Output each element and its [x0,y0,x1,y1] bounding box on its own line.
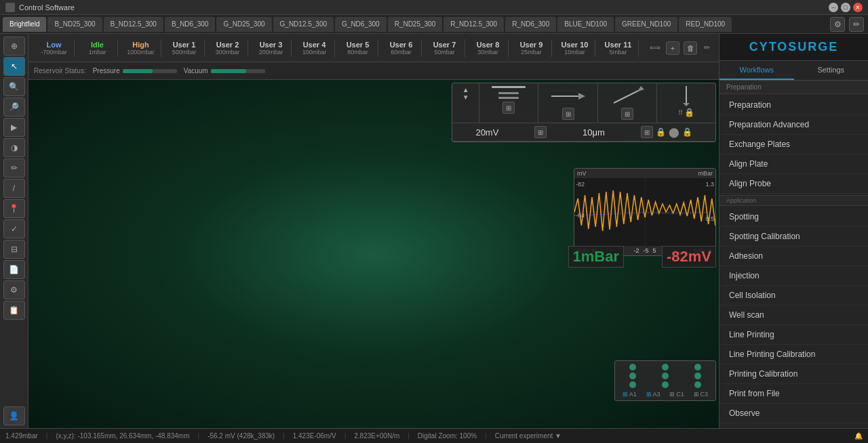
tab-bnd25[interactable]: B_ND25_300 [47,17,102,32]
tab-rnd25[interactable]: R_ND25_300 [388,17,443,32]
menu-item-printing-calibration[interactable]: Printing Calibration [719,364,868,384]
tab-brightfield[interactable]: Brightfield [3,17,46,32]
pressure-add-button[interactable]: + [666,41,679,55]
zoom-out-tool[interactable]: 🔎 [3,98,25,117]
mv-display: -82mV [662,246,716,268]
pressure-low[interactable]: Low -700mbar [34,39,75,57]
tab-green[interactable]: GREEN_ND100 [615,17,677,32]
edit-icon[interactable]: ✏ [849,17,864,32]
maximize-button[interactable]: □ [841,3,850,12]
gear-tool[interactable]: ⚙ [3,280,25,299]
chart-header: mV mBar [574,169,715,178]
pressure-user6[interactable]: User 6 60mbar [381,39,422,57]
pressure-edit-icon[interactable]: ✏ [700,41,713,55]
pressure-user10[interactable]: User 10 10mbar [555,39,595,57]
chart-svg [574,178,715,246]
probe-row: ▲ ▼ ⊞ [452,83,715,123]
menu-item-adhesion[interactable]: Adhesion [719,247,868,266]
line-tool[interactable]: / [3,179,25,198]
zoom-in-tool[interactable]: 🔍 [3,77,25,96]
reservoir-vacuum: Vacuum [184,67,265,75]
pressure-idle[interactable]: Idle 1mbar [77,39,118,57]
spot-dot-9 [694,381,701,388]
menu-item-line-printing-calibration[interactable]: Line Printing Calibration [719,345,868,364]
plate-c3-label: C3 [701,391,709,398]
probe-grid-btn[interactable]: ⊞ [502,102,515,114]
settings-gear-icon[interactable]: ⚙ [830,17,845,32]
pressure-user11[interactable]: User 11 5mbar [598,39,639,57]
main-row: ⊕ ↖ 🔍 🔎 ▶ ◑ ✏ / 📍 ✓ ⊟ 📄 ⚙ 📋 👤 Low -700mb… [0,34,868,428]
tab-bnd6[interactable]: B_ND6_300 [165,17,215,32]
menu-item-preparation[interactable]: Preparation [719,96,868,115]
video-tool[interactable]: ▶ [3,118,25,137]
menu-item-align-plate[interactable]: Align Plate [719,154,868,174]
menu-item-injection[interactable]: Injection [719,266,868,286]
menu-item-preparation-advanced[interactable]: Preparation Advanced [719,115,868,135]
tab-rnd6[interactable]: R_ND6_300 [505,17,556,32]
pressure-high[interactable]: High 1000mbar [121,39,161,57]
probe-grid-btn-3[interactable]: ⊞ [621,108,633,120]
pressure-user5[interactable]: User 5 80mbar [338,39,378,57]
probe-grid-btn-2[interactable]: ⊞ [562,108,574,120]
tab-workflows[interactable]: Workflows [719,61,794,80]
probe-vertical-icon [676,86,696,106]
menu-item-align-probe[interactable]: Align Probe [719,174,868,194]
pressure-resize-icon[interactable]: ⟺ [648,41,662,55]
minimize-button[interactable]: – [829,3,838,12]
tab-blue[interactable]: BLUE_ND100 [557,17,614,32]
tab-settings[interactable]: Settings [794,61,869,80]
pressure-user1[interactable]: User 1 500mbar [164,39,205,57]
brightness-tool[interactable]: ◑ [3,138,25,157]
app: Brightfield B_ND25_300 B_ND12.5_300 B_ND… [0,15,868,443]
log-tool[interactable]: 📋 [3,301,25,320]
vacuum-text: Vacuum [184,67,208,75]
probe-col-angled2: ⊞ [598,83,657,123]
tab-bnd125[interactable]: B_ND12.5_300 [104,17,163,32]
menu-item-line-printing[interactable]: Line Printing [719,325,868,345]
menu-item-observe[interactable]: Observe [719,404,868,423]
content-area: Low -700mbar Idle 1mbar High 1000mbar Us… [28,34,719,428]
pressure-user8[interactable]: User 8 30mbar [468,39,509,57]
menu-item-well-scan[interactable]: Well scan [719,305,868,325]
notification-bell-icon[interactable]: 🔔 [854,432,863,440]
menu-item-cell-isolation[interactable]: Cell Isolation [719,286,868,305]
tab-gnd25[interactable]: G_ND25_300 [216,17,271,32]
menu-item-spotting[interactable]: Spotting [719,207,868,227]
close-button[interactable]: ✕ [853,3,863,12]
capture-tool[interactable]: ⊟ [3,240,25,259]
pressure-user9[interactable]: User 9 25mbar [511,39,552,57]
pressure-user3[interactable]: User 3 200mbar [251,39,292,57]
chart-scale-mid: 0.5 [705,215,714,222]
pointer-tool[interactable]: ↖ [3,57,25,76]
pin-tool[interactable]: 📍 [3,199,25,218]
check-tool[interactable]: ✓ [3,219,25,238]
calc-btn-2[interactable]: ⊞ [641,126,653,138]
pressure-user7[interactable]: User 7 50mbar [425,39,465,57]
spot-dot-5 [662,373,669,379]
tab-rnd125[interactable]: R_ND12.5_300 [443,17,504,32]
user-tool[interactable]: 👤 [3,406,25,425]
menu-item-spotting-calibration[interactable]: Spotting Calibration [719,227,868,247]
pressure-delete-button[interactable]: 🗑 [684,41,697,55]
move-tool[interactable]: ⊕ [3,37,25,56]
spot-dot-1 [629,364,636,371]
draw-tool[interactable]: ✏ [3,159,25,177]
arrow-down-icon[interactable]: ▼ [462,93,469,101]
calc-btn-1[interactable]: ⊞ [534,126,547,138]
menu-item-print-from-file[interactable]: Print from File [719,384,868,404]
tab-gnd6[interactable]: G_ND6_300 [335,17,387,32]
spot-dot-3 [694,364,701,371]
view-area[interactable]: ▲ ▼ ⊞ [28,80,719,428]
arrow-up-icon[interactable]: ▲ [462,86,469,93]
tab-gnd125[interactable]: G_ND12.5_300 [273,17,334,32]
pressure-user4[interactable]: User 4 100mbar [294,39,335,57]
doc-tool[interactable]: 📄 [3,260,25,279]
lock-icon-2: 🔒 [656,127,666,137]
status-capacitance: 1.423E-06m/V [293,432,336,440]
status-experiment[interactable]: Current experiment ▼ [495,432,561,440]
tab-red[interactable]: RED_ND100 [679,17,732,32]
pressure-user2[interactable]: User 2 300mbar [208,39,248,57]
status-sep-5: | [408,432,410,440]
menu-application: Spotting Spotting Calibration Adhesion I… [719,206,868,428]
menu-item-exchange-plates[interactable]: Exchange Plates [719,135,868,154]
